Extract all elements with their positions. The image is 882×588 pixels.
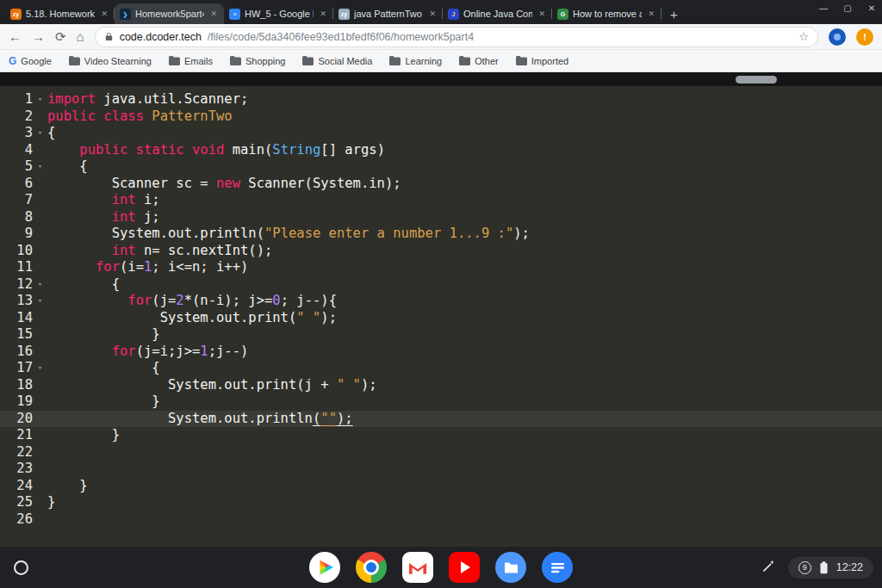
tab-close-icon[interactable]: ✕	[99, 9, 109, 19]
folder-glyph	[503, 561, 519, 574]
code-line-12[interactable]: 12▾ {	[0, 276, 882, 294]
fold-arrow-icon[interactable]: ▾	[33, 125, 47, 142]
tab-java-patterntwo-zy[interactable]: zyjava PatternTwo zy✕	[333, 3, 443, 24]
code-line-3[interactable]: 3▾{	[0, 125, 882, 142]
extension-icon-blue[interactable]	[829, 28, 846, 46]
geeksforgeeks-favicon: G	[557, 9, 568, 20]
tab-online-java-comp[interactable]: JOnline Java Comp✕	[443, 3, 552, 24]
address-bar[interactable]: code.dcoder.tech /files/code/5da3406fee9…	[95, 27, 818, 47]
play-store-icon[interactable]	[309, 552, 340, 583]
tab-how-to-remove-all[interactable]: GHow to remove all✕	[552, 3, 662, 24]
tab-close-icon[interactable]: ✕	[427, 9, 438, 19]
code-line-20[interactable]: 20 System.out.println("");	[0, 411, 882, 428]
code-line-13[interactable]: 13▾ for(j=2*(n-i); j>=0; j--){	[0, 293, 882, 310]
new-tab-button[interactable]: +	[662, 7, 686, 24]
bookmark-video-stearning[interactable]: Video Stearning	[69, 56, 152, 66]
fold-arrow-icon[interactable]: ▾	[33, 293, 47, 310]
browser-toolbar: ← → ⟳ ⌂ code.dcoder.tech /files/code/5da…	[0, 24, 882, 50]
tab-hw-5-google-doc[interactable]: ≡HW_5 - Google Doc✕	[224, 3, 333, 24]
code-text: {	[47, 276, 120, 294]
shelf-right: 9 12:22	[761, 557, 873, 579]
code-text: System.out.println("");	[47, 411, 353, 428]
code-line-19[interactable]: 19 }	[0, 393, 882, 411]
gmail-icon[interactable]	[402, 552, 433, 583]
files-app-icon[interactable]	[495, 552, 526, 583]
fold-arrow-icon[interactable]: ▾	[33, 276, 47, 294]
tab-close-icon[interactable]: ✕	[318, 9, 328, 19]
line-number: 15	[0, 326, 33, 344]
code-line-10[interactable]: 10 int n= sc.nextInt();	[0, 243, 882, 260]
line-number: 25	[0, 494, 33, 511]
chrome-icon[interactable]	[356, 552, 387, 583]
tab-close-icon[interactable]: ✕	[208, 9, 219, 19]
folder-icon	[459, 56, 470, 65]
stylus-tools-icon[interactable]	[761, 559, 776, 577]
fold-arrow-icon[interactable]: ▾	[33, 360, 47, 377]
line-number: 12	[0, 276, 33, 294]
back-icon[interactable]: ←	[9, 30, 22, 43]
home-icon[interactable]: ⌂	[77, 30, 84, 43]
fold-arrow-icon[interactable]: ▾	[33, 158, 47, 176]
bookmark-label: Emails	[184, 56, 213, 66]
code-line-26[interactable]: 26	[0, 511, 882, 529]
code-line-17[interactable]: 17▾ {	[0, 360, 882, 377]
code-line-11[interactable]: 11 for(i=1; i<=n; i++)	[0, 259, 882, 276]
code-text: {	[47, 125, 55, 142]
tab-close-icon[interactable]: ✕	[646, 9, 656, 19]
bookmark-label: Social Media	[318, 56, 372, 66]
bookmark-other[interactable]: Other	[459, 56, 499, 66]
line-number: 20	[0, 411, 33, 428]
code-text: for(j=i;j>=1;j--)	[47, 344, 248, 361]
code-line-8[interactable]: 8 int j;	[0, 209, 882, 226]
bookmark-shopping[interactable]: Shopping	[230, 56, 286, 66]
scrollbar-thumb[interactable]	[736, 76, 777, 84]
code-line-1[interactable]: 1▾import java.util.Scanner;	[0, 91, 882, 108]
url-path: /files/code/5da3406fee93ed1bfedf6f06/hom…	[208, 31, 792, 43]
tab-homework5part4[interactable]: ❯Homework5part4✕	[115, 3, 224, 24]
code-line-9[interactable]: 9 System.out.println("Please enter a num…	[0, 226, 882, 243]
code-line-21[interactable]: 21 }	[0, 427, 882, 444]
code-editor[interactable]: 1▾import java.util.Scanner;2public class…	[0, 86, 882, 547]
reload-icon[interactable]: ⟳	[55, 30, 66, 43]
launcher-button[interactable]	[14, 560, 28, 575]
minimize-button[interactable]: —	[818, 3, 829, 13]
line-number: 13	[0, 293, 33, 310]
folder-icon	[302, 56, 314, 65]
bookmark-star-icon[interactable]: ☆	[798, 30, 809, 43]
tab-title: 5.18. Homework 5	[26, 9, 95, 19]
docs-app-icon[interactable]	[542, 552, 573, 583]
code-text: }	[47, 427, 120, 444]
code-line-14[interactable]: 14 System.out.print(" ");	[0, 310, 882, 327]
google-docs-favicon: ≡	[229, 9, 240, 20]
close-window-button[interactable]: ✕	[866, 3, 877, 13]
bookmark-social-media[interactable]: Social Media	[302, 56, 372, 66]
code-line-22[interactable]: 22	[0, 444, 882, 461]
maximize-button[interactable]: ▢	[842, 3, 853, 13]
fold-arrow-icon[interactable]: ▾	[33, 91, 47, 108]
code-lines: 1▾import java.util.Scanner;2public class…	[0, 91, 882, 528]
code-line-25[interactable]: 25}	[0, 494, 882, 511]
bookmark-google[interactable]: GGoogle	[9, 55, 52, 67]
code-line-16[interactable]: 16 for(j=i;j>=1;j--)	[0, 344, 882, 361]
code-line-7[interactable]: 7 int i;	[0, 192, 882, 209]
youtube-icon[interactable]	[449, 552, 480, 583]
code-line-6[interactable]: 6 Scanner sc = new Scanner(System.in);	[0, 176, 882, 193]
code-line-4[interactable]: 4 public static void main(String[] args)	[0, 142, 882, 159]
tab-close-icon[interactable]: ✕	[537, 9, 547, 19]
bookmark-label: Shopping	[245, 56, 286, 66]
code-line-15[interactable]: 15 }	[0, 326, 882, 344]
status-tray[interactable]: 9 12:22	[788, 557, 873, 579]
code-line-2[interactable]: 2public class PatternTwo	[0, 108, 882, 126]
bookmark-learning[interactable]: Learning	[389, 56, 442, 66]
tab-5-18-homework-5[interactable]: zy5.18. Homework 5✕	[5, 3, 115, 24]
code-line-24[interactable]: 24 }	[0, 478, 882, 495]
bookmark-imported[interactable]: Imported	[516, 56, 568, 66]
code-line-18[interactable]: 18 System.out.print(j + " ");	[0, 377, 882, 394]
bookmark-emails[interactable]: Emails	[169, 56, 213, 66]
play-triangle	[319, 560, 333, 575]
forward-icon[interactable]: →	[32, 30, 45, 43]
code-line-23[interactable]: 23	[0, 461, 882, 478]
youtube-play-triangle	[461, 561, 470, 573]
profile-alert-icon[interactable]: !	[856, 28, 873, 46]
code-line-5[interactable]: 5▾ {	[0, 158, 882, 176]
